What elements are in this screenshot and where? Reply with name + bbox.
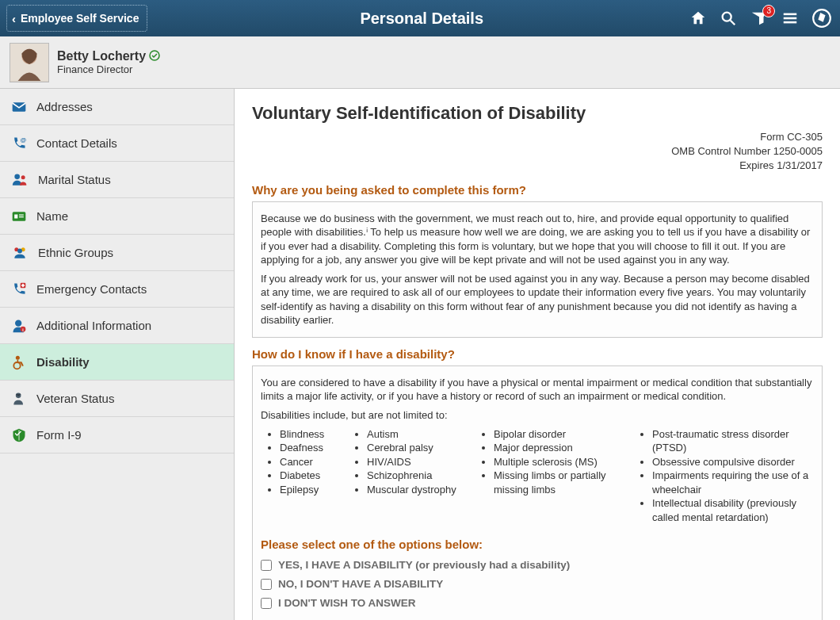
section2-box: You are considered to have a disability …	[252, 365, 823, 620]
svg-rect-16	[19, 216, 24, 217]
list-item: Post-traumatic stress disorder (PTSD)	[652, 427, 814, 455]
top-banner: ‹ Employee Self Service Personal Details…	[0, 0, 840, 36]
sidebar-item-label: Form I-9	[36, 428, 82, 442]
sidebar-item-emergency-contacts[interactable]: Emergency Contacts	[0, 271, 234, 308]
notification-badge: 3	[762, 5, 775, 17]
list-item: Deafness	[280, 441, 348, 455]
svg-point-27	[13, 362, 20, 369]
option-label: YES, I HAVE A DISABILITY (or previously …	[278, 558, 570, 572]
user-title: Finance Director	[57, 63, 160, 75]
svg-point-11	[14, 174, 20, 179]
list-item: Intellectual disability (previously call…	[652, 496, 814, 524]
list-item: Schizophrenia	[367, 469, 475, 483]
list-item: Diabetes	[280, 469, 348, 483]
svg-line-1	[731, 21, 735, 25]
sidebar-item-name[interactable]: Name	[0, 198, 234, 235]
list-item: Bipolar disorder	[494, 427, 633, 442]
list-item: Autism	[367, 427, 475, 442]
search-icon[interactable]	[720, 10, 737, 27]
list-item: HIV/AIDS	[367, 455, 475, 469]
sidebar-item-ethnic-groups[interactable]: Ethnic Groups	[0, 235, 234, 271]
list-item: Muscular dystrophy	[367, 483, 475, 497]
page-title-banner: Personal Details	[154, 10, 689, 28]
sidebar-item-label: Disability	[36, 355, 90, 369]
option-no[interactable]: NO, I DON'T HAVE A DISABILITY	[261, 577, 814, 591]
sidebar-item-form-i9[interactable]: Form I-9	[0, 417, 234, 454]
sidebar-item-label: Veteran Status	[36, 392, 114, 405]
section1-box: Because we do business with the governme…	[252, 201, 823, 338]
back-label: Employee Self Service	[21, 12, 139, 25]
list-item: Major depression	[494, 441, 633, 455]
option-label: I DON'T WISH TO ANSWER	[278, 596, 415, 610]
svg-text:@: @	[21, 136, 26, 143]
sidebar-item-additional-information[interactable]: i Additional Information	[0, 308, 234, 344]
svg-point-19	[17, 248, 22, 253]
sidebar-item-label: Marital Status	[38, 173, 111, 186]
chevron-left-icon: ‹	[12, 12, 16, 25]
select-prompt: Please select one of the options below:	[261, 537, 814, 553]
omb-number: OMB Control Number 1250-0005	[252, 144, 823, 159]
svg-rect-14	[14, 214, 17, 218]
svg-rect-2	[784, 13, 797, 16]
list-item: Cerebral palsy	[367, 441, 475, 455]
page-heading: Voluntary Self-Identification of Disabil…	[252, 103, 823, 124]
sidebar-item-label: Contact Details	[36, 136, 117, 150]
option-no-checkbox[interactable]	[261, 579, 272, 590]
sidebar-item-label: Additional Information	[36, 319, 151, 332]
back-button[interactable]: ‹ Employee Self Service	[6, 5, 147, 32]
home-icon[interactable]	[689, 10, 707, 27]
presence-icon	[149, 50, 160, 63]
section2-heading: How do I know if I have a disability?	[252, 347, 823, 361]
section2-p2: Disabilities include, but are not limite…	[261, 408, 814, 423]
svg-point-0	[723, 13, 731, 21]
section1-heading: Why are you being asked to complete this…	[252, 183, 823, 197]
list-item: Impairments requiring the use of a wheel…	[652, 469, 814, 496]
expiry: Expires 1/31/2017	[252, 159, 823, 173]
list-item: Missing limbs or partially missing limbs	[494, 469, 633, 496]
list-item: Multiple sclerosis (MS)	[494, 455, 633, 469]
disability-list: Blindness Deafness Cancer Diabetes Epile…	[261, 427, 814, 525]
sidebar-item-contact-details[interactable]: @ Contact Details	[0, 125, 234, 162]
sidebar-item-label: Name	[36, 209, 68, 223]
sidebar-item-marital-status[interactable]: Marital Status	[0, 162, 234, 198]
option-label: NO, I DON'T HAVE A DISABILITY	[278, 577, 443, 591]
section1-p2: If you already work for us, your answer …	[261, 272, 814, 327]
user-name: Betty Locherty	[57, 49, 160, 63]
list-item: Obsessive compulsive disorder	[652, 455, 814, 469]
sidebar: Addresses @ Contact Details Marital Stat…	[0, 89, 235, 620]
svg-point-12	[21, 175, 25, 179]
top-icons: 3	[689, 0, 840, 36]
svg-rect-22	[21, 285, 25, 286]
list-item: Blindness	[280, 427, 348, 442]
option-yes[interactable]: YES, I HAVE A DISABILITY (or previously …	[261, 558, 814, 572]
sidebar-item-addresses[interactable]: Addresses	[0, 89, 234, 125]
user-text: Betty Locherty Finance Director	[57, 49, 160, 75]
sidebar-item-veteran-status[interactable]: Veteran Status	[0, 381, 234, 417]
svg-rect-4	[784, 21, 797, 24]
menu-icon[interactable]	[781, 10, 799, 27]
svg-rect-3	[784, 17, 797, 20]
form-meta: Form CC-305 OMB Control Number 1250-0005…	[252, 130, 823, 174]
form-number: Form CC-305	[252, 130, 823, 144]
svg-rect-15	[19, 214, 24, 215]
compass-icon[interactable]	[811, 8, 832, 29]
list-item: Cancer	[280, 455, 348, 469]
sidebar-item-label: Emergency Contacts	[36, 282, 147, 296]
option-decline[interactable]: I DON'T WISH TO ANSWER	[261, 596, 814, 610]
sidebar-item-label: Ethnic Groups	[38, 246, 113, 259]
section1-p1: Because we do business with the governme…	[261, 212, 814, 267]
user-header: Betty Locherty Finance Director	[0, 36, 840, 89]
notifications-icon[interactable]: 3	[750, 10, 769, 27]
option-yes-checkbox[interactable]	[261, 560, 272, 571]
section2-p1: You are considered to have a disability …	[261, 376, 814, 404]
svg-point-23	[15, 320, 21, 326]
svg-point-26	[16, 355, 20, 359]
avatar	[10, 43, 49, 82]
main-panel: Voluntary Self-Identification of Disabil…	[235, 89, 840, 620]
sidebar-item-label: Addresses	[36, 100, 93, 113]
option-decline-checkbox[interactable]	[261, 598, 272, 609]
content-area: Addresses @ Contact Details Marital Stat…	[0, 89, 840, 620]
list-item: Epilepsy	[280, 483, 348, 497]
sidebar-item-disability[interactable]: Disability	[0, 344, 234, 381]
